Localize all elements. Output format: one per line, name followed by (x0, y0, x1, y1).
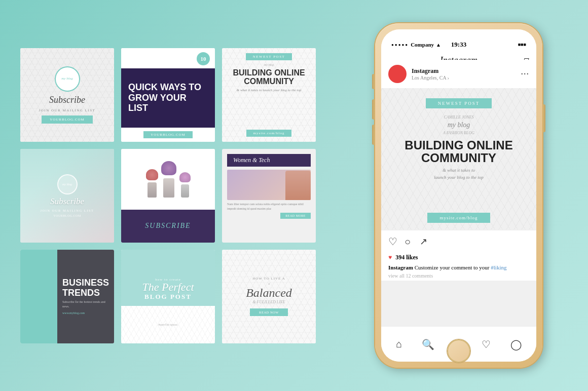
bal-how-text: HOW TO LIVE A (252, 277, 285, 281)
share-icon[interactable]: ↗ (420, 236, 427, 247)
status-time: 19:33 (451, 41, 466, 49)
newest-badge: NEWEST POST (246, 53, 292, 60)
bt-title: BUSINESS Trends (62, 278, 109, 298)
building-url: mysite.com/blog (246, 130, 292, 137)
poster-location: Los Angeles, CA › (412, 75, 449, 81)
battery-indicator: ■■■ (518, 42, 526, 47)
card-business-trends: BUSINESS Trends Subscribe for the hottes… (20, 250, 114, 343)
card-subscribe-photo: my blog Subscribe JOIN OUR MAILING LIST … (20, 149, 114, 243)
sp-title: Subscribe (50, 197, 84, 207)
quick-ways-title: QUICK WAYS TO GROW YOUR LIST (128, 82, 208, 113)
phone-volume-down (372, 125, 375, 145)
comment-text: Customize your comment to your (415, 264, 490, 270)
like-icon[interactable]: ♡ (388, 236, 397, 248)
pf-hashtag: #perfectpost (158, 323, 177, 326)
social-media-grid: my blog Subscribe JOIN OUR MAILING LIST … (20, 48, 316, 343)
card-balanced-life: HOW TO LIVE A a Balanced & FULILLED LIFE… (222, 250, 316, 343)
comment-hashtag: #liking (491, 264, 506, 270)
card-flowers-subscribe: SUBSCRIBE (121, 149, 215, 243)
bal-read-btn[interactable]: READ NOW (250, 308, 288, 316)
pf-subtitle: BLOG POST (144, 293, 192, 301)
post-newest-badge: NEWEST POST (426, 98, 492, 108)
nav-search-icon[interactable]: 🔍 (422, 338, 434, 350)
wt-header-bar: Women & Tech (227, 154, 311, 167)
building-title: BUILDING ONLINE COMMUNITY (227, 68, 311, 86)
carrier-name: Company (411, 42, 434, 48)
post-header: Instagram Los Angeles, CA › ··· (381, 60, 536, 88)
comment-icon[interactable]: ○ (405, 236, 411, 248)
card-perfect-blog-post: how to create The Perfect BLOG POST #per… (121, 250, 215, 343)
poster-info: Instagram Los Angeles, CA › (412, 67, 449, 81)
post-image-content: NEWEST POST CAMILLE JONES my blog A FASH… (381, 88, 536, 230)
subscribe-title: Subscribe (49, 95, 85, 105)
card-quick-ways: 10 QUICK WAYS TO GROW YOUR LIST YOURBLOG… (121, 48, 215, 142)
post-more-options[interactable]: ··· (521, 69, 530, 80)
post-brand-logo: CAMILLE JONES my blog A FASHION BLOG (443, 114, 474, 136)
nav-heart-icon[interactable]: ♡ (482, 338, 491, 350)
bt-dark-block: BUSINESS Trends Subscribe for the hottes… (57, 250, 114, 343)
wt-text-area: Nam liber tempor cum soluta nobis eligen… (227, 200, 311, 238)
post-image: NEWEST POST CAMILLE JONES my blog A FASH… (381, 88, 536, 230)
pf-bottom-area: #perfectpost (121, 306, 215, 343)
post-main-title: BUILDING ONLINE COMMUNITY (388, 139, 529, 164)
wifi-icon: ▲ (436, 42, 441, 48)
post-url-badge: mysite.com/blog (427, 213, 490, 223)
flowers-visual-area (121, 149, 215, 210)
phone-screen-area: ●●●●● Company ▲ 19:33 ■■■ Instagram ⊡ In… (381, 29, 536, 362)
quick-ways-number: 10 (197, 52, 210, 65)
sp-brand-circle: my blog (57, 174, 78, 194)
wt-read-more-btn[interactable]: READ MORE (280, 213, 311, 219)
pf-top-area: how to create The Perfect BLOG POST (121, 250, 215, 306)
wt-header-text: Women & Tech (233, 157, 305, 164)
poster-avatar (388, 65, 407, 83)
phone-power-button (543, 104, 545, 132)
phone-silent-switch (372, 74, 375, 89)
poster-username[interactable]: Instagram (412, 67, 449, 75)
pf-main-title: The Perfect (142, 282, 194, 293)
flowers-bottom-area: SUBSCRIBE (121, 210, 215, 243)
building-subtitle: & what it takes to launch your blog to t… (237, 88, 302, 93)
subscribe-subtitle: JOIN OUR MAILING LIST (39, 108, 96, 112)
card-subscribe-1: my blog Subscribe JOIN OUR MAILING LIST … (20, 48, 114, 142)
bt-subtitle: Subscribe for the hottest trends and new… (62, 300, 109, 308)
quick-ways-url: YOURBLOG.COM (143, 131, 193, 138)
wt-person-silhouette (285, 171, 311, 200)
subscribe-url: YOURBLOG.COM (42, 115, 93, 124)
brand-circle-logo: my blog (55, 66, 80, 92)
phone-home-button[interactable] (447, 339, 470, 363)
phone-mockup: ●●●●● Company ▲ 19:33 ■■■ Instagram ⊡ In… (355, 13, 568, 378)
bt-url: www.myblog.com (62, 311, 109, 315)
nav-home-icon[interactable]: ⌂ (396, 338, 402, 350)
sp-subtitle: JOIN OUR MAILING LIST (40, 209, 94, 212)
post-likes-count: ♥ 394 likes (381, 253, 536, 262)
bal-live-text: a (268, 282, 270, 286)
phone-volume-up (372, 99, 375, 120)
comment-username: Instagram (388, 264, 413, 270)
wt-photo-area (227, 170, 311, 200)
card-building-community: NEWEST POST my blog BUILDING ONLINE COMM… (222, 48, 316, 142)
view-all-comments[interactable]: view all 12 comments (381, 273, 536, 281)
phone-screen-content[interactable]: Instagram Los Angeles, CA › ··· NEWEST P… (381, 60, 536, 326)
phone-body: ●●●●● Company ▲ 19:33 ■■■ Instagram ⊡ In… (375, 23, 542, 368)
bal-subtitle: & FULILLED LIFE (252, 300, 285, 304)
likes-heart: ♥ (388, 254, 392, 261)
building-brand: my blog (264, 63, 274, 66)
post-caption: & what it takes to launch your blog to t… (434, 167, 484, 181)
post-comment: Instagram Customize your comment to your… (381, 262, 536, 273)
sp-url: YOURBLOG.COM (53, 214, 81, 217)
bt-teal-block (20, 250, 57, 343)
flowers-subscribe-label: SUBSCRIBE (145, 222, 191, 230)
bal-main-title: Balanced (246, 287, 292, 299)
wt-body-text: Nam liber tempor cum soluta nobis eligen… (227, 202, 311, 211)
signal-dots: ●●●●● (391, 43, 409, 47)
post-actions-bar: ♡ ○ ↗ (381, 230, 536, 253)
card-women-tech: Women & Tech Nam liber tempor cum soluta… (222, 149, 316, 243)
nav-profile-icon[interactable]: ◯ (510, 338, 522, 350)
